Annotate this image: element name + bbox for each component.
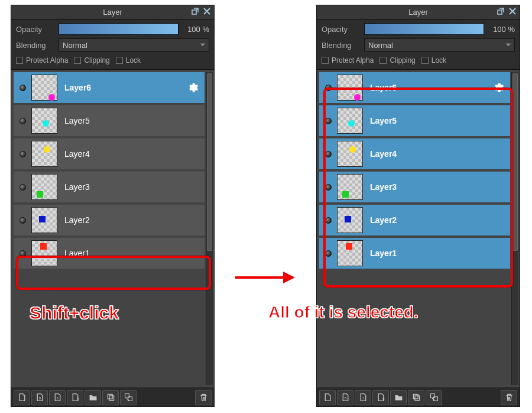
layer-name: Layer1	[64, 249, 90, 258]
visibility-toggle[interactable]	[323, 82, 333, 93]
visibility-toggle[interactable]	[17, 82, 28, 93]
layer-thumbnail	[31, 174, 57, 200]
layer-thumbnail	[31, 207, 57, 233]
visibility-toggle[interactable]	[17, 149, 28, 159]
blending-label: Blending	[322, 41, 359, 50]
new-8bit-layer-button[interactable]: 8	[337, 390, 353, 405]
visibility-toggle[interactable]	[323, 182, 333, 192]
new-8bit-layer-button[interactable]: 8	[31, 390, 48, 405]
new-layer-button[interactable]	[319, 390, 336, 405]
blending-dropdown[interactable]: Normal	[364, 38, 515, 51]
blending-value: Normal	[63, 41, 87, 50]
layer-name: Layer3	[64, 182, 90, 192]
layer-row[interactable]: Layer2	[14, 205, 205, 235]
layer-name: Layer5	[64, 116, 90, 125]
layer-thumbnail	[31, 75, 57, 101]
layer-row[interactable]: Layer3	[319, 172, 510, 202]
visibility-toggle[interactable]	[323, 115, 333, 126]
layer-row[interactable]: Layer6	[14, 72, 205, 103]
delete-layer-button[interactable]	[195, 390, 212, 405]
visibility-toggle[interactable]	[17, 215, 28, 225]
layer-row[interactable]: Layer3	[14, 172, 205, 202]
new-1bit-layer-button[interactable]: 1	[49, 390, 66, 405]
chevron-down-icon	[200, 44, 205, 47]
arrow-icon	[233, 269, 298, 286]
layer-row[interactable]: Layer5	[319, 105, 510, 136]
add-special-layer-button[interactable]	[372, 390, 389, 405]
visibility-toggle[interactable]	[323, 215, 333, 225]
layer-thumbnail	[337, 240, 363, 266]
svg-rect-9	[414, 396, 419, 401]
close-icon[interactable]	[508, 7, 517, 16]
delete-layer-button[interactable]	[501, 390, 517, 405]
layer-row[interactable]: Layer1	[14, 238, 205, 269]
opacity-value: 100 %	[489, 25, 515, 34]
layer-list: Layer6 Layer5 Layer4 Layer3	[11, 70, 214, 388]
panel-titlebar[interactable]: Layer	[317, 5, 520, 20]
visibility-toggle[interactable]	[17, 248, 28, 259]
layer-thumbnail	[337, 207, 363, 233]
layer-name: Layer5	[370, 116, 397, 125]
clipping-checkbox[interactable]: Clipping	[379, 56, 415, 64]
visibility-toggle[interactable]	[17, 182, 28, 192]
new-1bit-layer-button[interactable]: 1	[355, 390, 371, 405]
layer-toolbar: 81	[317, 388, 520, 406]
layer-toolbar: 81	[11, 388, 214, 406]
add-special-layer-button[interactable]	[67, 390, 83, 405]
svg-rect-3	[109, 396, 113, 401]
gear-icon[interactable]	[492, 82, 504, 93]
svg-rect-2	[108, 394, 112, 399]
panel-titlebar[interactable]: Layer	[11, 5, 214, 20]
protect-alpha-checkbox[interactable]: Protect Alpha	[322, 56, 374, 64]
layer-row[interactable]: Layer1	[319, 238, 510, 269]
scrollbar[interactable]	[206, 72, 213, 385]
popout-icon[interactable]	[190, 7, 200, 16]
opacity-label: Opacity	[322, 25, 359, 34]
opacity-slider[interactable]	[59, 23, 179, 35]
lock-checkbox[interactable]: Lock	[421, 56, 446, 64]
layer-row[interactable]: Layer4	[14, 138, 205, 169]
protect-alpha-checkbox[interactable]: Protect Alpha	[16, 56, 68, 64]
blending-dropdown[interactable]: Normal	[59, 38, 209, 51]
svg-rect-4	[125, 394, 129, 398]
close-icon[interactable]	[202, 7, 212, 16]
visibility-toggle[interactable]	[323, 149, 333, 159]
layer-list: Layer6 Layer5 Layer4 Layer3	[317, 70, 520, 388]
svg-marker-13	[283, 272, 295, 283]
panel-title: Layer	[103, 8, 122, 17]
layer-thumbnail	[31, 108, 57, 134]
clipping-checkbox[interactable]: Clipping	[74, 56, 109, 64]
gear-icon[interactable]	[187, 82, 199, 93]
merge-layer-button[interactable]	[120, 390, 137, 405]
new-folder-button[interactable]	[85, 390, 101, 405]
lock-checkbox[interactable]: Lock	[116, 56, 141, 64]
duplicate-layer-button[interactable]	[102, 390, 119, 405]
scrollbar[interactable]	[511, 72, 518, 385]
svg-text:8: 8	[38, 396, 41, 400]
svg-rect-10	[430, 394, 434, 398]
layer-thumbnail	[31, 240, 57, 266]
visibility-toggle[interactable]	[17, 115, 28, 126]
svg-text:1: 1	[362, 396, 364, 400]
layer-row[interactable]: Layer6	[319, 72, 510, 103]
layer-row[interactable]: Layer5	[14, 105, 205, 136]
opacity-label: Opacity	[16, 25, 54, 34]
layer-thumbnail	[337, 108, 363, 134]
layer-name: Layer2	[370, 215, 397, 225]
layer-thumbnail	[337, 141, 363, 167]
layer-name: Layer6	[64, 83, 91, 92]
new-folder-button[interactable]	[390, 390, 407, 405]
blending-label: Blending	[16, 41, 54, 50]
panel-title: Layer	[408, 8, 428, 17]
popout-icon[interactable]	[496, 7, 505, 16]
opacity-slider[interactable]	[364, 23, 484, 35]
duplicate-layer-button[interactable]	[408, 390, 424, 405]
chevron-down-icon	[506, 44, 511, 47]
layer-row[interactable]: Layer2	[319, 205, 510, 235]
layer-row[interactable]: Layer4	[319, 138, 510, 169]
merge-layer-button[interactable]	[426, 390, 442, 405]
new-layer-button[interactable]	[14, 390, 30, 405]
layer-name: Layer3	[370, 182, 397, 192]
blending-value: Normal	[368, 41, 393, 50]
visibility-toggle[interactable]	[323, 248, 333, 259]
